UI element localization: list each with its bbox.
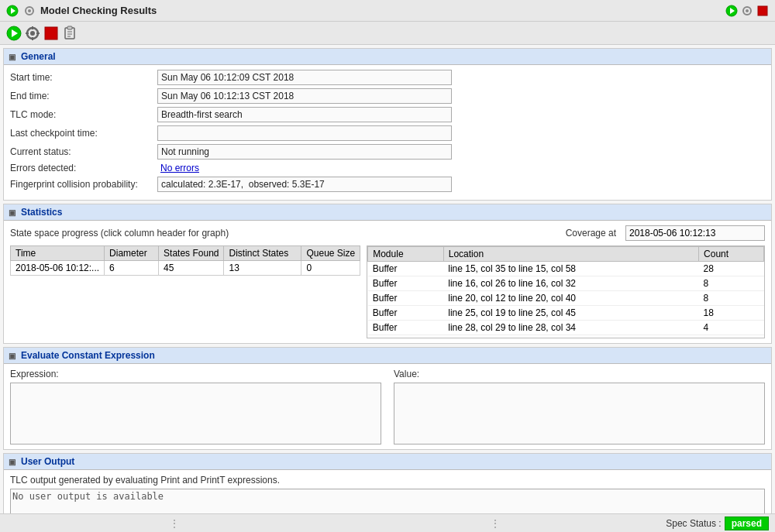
user-output-description: TLC output generated by evaluating Print… — [10, 475, 765, 486]
value-label: Value: — [394, 369, 765, 379]
col-diameter[interactable]: Diameter — [105, 246, 159, 261]
expression-textarea[interactable] — [10, 383, 381, 444]
fingerprint-row: Fingerprint collision probability: — [10, 177, 765, 192]
status-dot-2: ⋮ — [490, 517, 501, 530]
svg-point-3 — [28, 9, 31, 12]
statistics-section-body: State space progress (click column heade… — [4, 221, 771, 343]
col-time[interactable]: Time — [11, 246, 105, 261]
svg-rect-19 — [67, 26, 72, 29]
start-time-input[interactable] — [157, 70, 452, 85]
fingerprint-value — [157, 177, 452, 192]
start-time-value — [157, 70, 452, 85]
title-right-settings-icon[interactable] — [741, 5, 753, 17]
svg-point-7 — [746, 9, 749, 12]
statistics-section-label: Statistics — [21, 207, 62, 218]
title-right-play-icon[interactable] — [725, 5, 738, 17]
current-status-input[interactable] — [157, 144, 452, 160]
col-count[interactable]: Count — [699, 247, 764, 262]
checkpoint-row: Last checkpoint time: — [10, 125, 765, 141]
svg-rect-13 — [32, 26, 33, 29]
fingerprint-input[interactable] — [157, 177, 452, 192]
checkpoint-label: Last checkpoint time: — [10, 128, 157, 139]
toolbar-clipboard-icon[interactable] — [62, 26, 78, 41]
title-play-icon[interactable] — [6, 5, 19, 17]
table-row: Bufferline 16, col 26 to line 16, col 32… — [368, 276, 764, 291]
current-status-label: Current status: — [10, 146, 157, 157]
status-bar: ⋮ ⋮ Spec Status : parsed — [0, 513, 775, 532]
errors-value: No errors — [157, 163, 452, 173]
svg-rect-16 — [36, 33, 40, 34]
svg-rect-15 — [26, 33, 29, 34]
start-time-row: Start time: — [10, 70, 765, 85]
coverage-table: Module Location Count Bufferline 15, col… — [367, 246, 764, 338]
statistics-section: ▣ Statistics State space progress (click… — [3, 204, 772, 344]
general-section-header[interactable]: ▣ General — [4, 49, 771, 65]
col-location[interactable]: Location — [443, 247, 698, 262]
value-col: Value: — [394, 369, 765, 444]
evaluate-section-body: Expression: Value: — [4, 364, 771, 449]
evaluate-section-label: Evaluate Constant Expression — [21, 350, 155, 361]
table-row: Bufferline 15, col 35 to line 15, col 58… — [368, 262, 764, 276]
end-time-row: End time: — [10, 88, 765, 104]
user-output-collapse-icon[interactable]: ▣ — [9, 458, 18, 466]
title-right-stop-icon[interactable] — [756, 5, 769, 17]
status-dot-1: ⋮ — [169, 517, 180, 530]
user-output-section-body: TLC output generated by evaluating Print… — [4, 470, 771, 513]
end-time-input[interactable] — [157, 88, 452, 104]
tlc-mode-label: TLC mode: — [10, 109, 157, 120]
general-section-body: Start time: End time: TLC mode: Last che… — [4, 65, 771, 200]
stats-coverage-row: State space progress (click column heade… — [10, 225, 765, 241]
no-errors-link[interactable]: No errors — [160, 163, 199, 173]
checkpoint-value — [157, 125, 452, 141]
checkpoint-input[interactable] — [157, 125, 452, 141]
state-space-table-wrap: Time Diameter States Found Distinct Stat… — [10, 245, 360, 338]
svg-point-12 — [30, 31, 35, 36]
evaluate-collapse-icon[interactable]: ▣ — [9, 352, 18, 360]
tlc-mode-input[interactable] — [157, 107, 452, 122]
current-status-value — [157, 144, 452, 160]
spec-status-value: parsed — [725, 517, 769, 530]
coverage-time-input[interactable] — [625, 225, 765, 241]
col-states-found[interactable]: States Found — [159, 246, 224, 261]
fingerprint-label: Fingerprint collision probability: — [10, 179, 157, 190]
table-row: Bufferline 28, col 29 to line 28, col 34… — [368, 321, 764, 335]
svg-rect-14 — [32, 37, 33, 40]
window-title: Model Checking Results — [40, 5, 157, 16]
coverage-label: Coverage at — [566, 228, 616, 239]
evaluate-section-header[interactable]: ▣ Evaluate Constant Expression — [4, 348, 771, 364]
toolbar — [0, 22, 775, 45]
errors-row: Errors detected: No errors — [10, 163, 765, 173]
end-time-label: End time: — [10, 91, 157, 101]
stats-tables-row: Time Diameter States Found Distinct Stat… — [10, 245, 765, 338]
toolbar-stop-icon[interactable] — [43, 26, 59, 41]
col-queue-size[interactable]: Queue Size — [301, 246, 360, 261]
general-section-label: General — [21, 51, 56, 62]
coverage-table-wrap: Module Location Count Bufferline 15, col… — [367, 245, 765, 338]
table-row: 2018-05-06 10:12:...645130 — [11, 261, 360, 276]
state-progress-label: State space progress (click column heade… — [10, 228, 229, 239]
value-textarea[interactable] — [394, 383, 765, 444]
user-output-textarea[interactable] — [10, 489, 765, 513]
user-output-section-header[interactable]: ▣ User Output — [4, 454, 771, 470]
title-settings-icon[interactable] — [23, 5, 36, 17]
expression-col: Expression: — [10, 369, 381, 444]
current-status-row: Current status: — [10, 144, 765, 160]
general-collapse-icon[interactable]: ▣ — [9, 53, 18, 61]
col-distinct-states[interactable]: Distinct States — [224, 246, 301, 261]
table-row: Bufferline 25, col 19 to line 25, col 45… — [368, 306, 764, 321]
statistics-section-header[interactable]: ▣ Statistics — [4, 204, 771, 221]
toolbar-play-icon[interactable] — [6, 26, 22, 41]
user-output-section: ▣ User Output TLC output generated by ev… — [3, 453, 772, 513]
col-module[interactable]: Module — [368, 247, 444, 262]
state-space-table: Time Diameter States Found Distinct Stat… — [10, 245, 360, 276]
general-section: ▣ General Start time: End time: TLC mode… — [3, 48, 772, 201]
toolbar-settings-icon[interactable] — [25, 26, 40, 41]
title-bar-right — [725, 5, 769, 17]
spec-status-label: Spec Status : — [666, 518, 721, 529]
table-row: Bufferline 20, col 12 to line 20, col 40… — [368, 291, 764, 306]
user-output-section-label: User Output — [21, 456, 74, 467]
evaluate-section: ▣ Evaluate Constant Expression Expressio… — [3, 347, 772, 450]
main-content: ▣ General Start time: End time: TLC mode… — [0, 45, 775, 513]
start-time-label: Start time: — [10, 72, 157, 83]
statistics-collapse-icon[interactable]: ▣ — [9, 208, 18, 217]
